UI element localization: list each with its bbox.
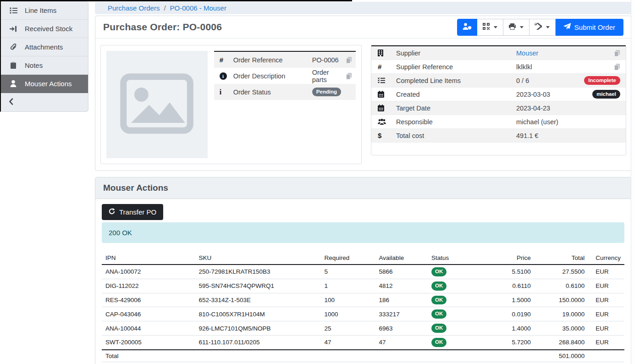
- cell-currency: EUR: [588, 265, 624, 279]
- col-sku: SKU: [195, 252, 321, 265]
- ok-badge: OK: [431, 338, 447, 347]
- panel-title: Mouser Actions: [95, 177, 631, 199]
- copy-icon[interactable]: [614, 63, 620, 71]
- footer-total-value: 501.0000: [535, 350, 588, 362]
- detail-value: 2023-03-03: [516, 91, 570, 98]
- info-icon: [220, 88, 233, 96]
- table-header-row: IPN SKU Required Available Status Price …: [102, 252, 624, 265]
- cell-price: 0.6110: [477, 279, 535, 293]
- col-status: Status: [428, 252, 477, 265]
- detail-label: Order Status: [233, 88, 312, 96]
- cell-required: 100: [320, 293, 375, 307]
- col-total: Total: [535, 252, 588, 265]
- cell-currency: EUR: [588, 293, 624, 307]
- detail-label: Supplier: [396, 50, 516, 57]
- mouser-actions-panel: Mouser Actions Transfer PO 200 OK IPN SK…: [95, 177, 631, 364]
- page-title: Purchase Order: PO-0006: [103, 22, 222, 33]
- building-icon: [378, 50, 396, 56]
- barcode-actions-button[interactable]: [477, 19, 503, 36]
- detail-value: 2023-04-23: [516, 105, 570, 112]
- breadcrumb-link-purchase-orders[interactable]: Purchase Orders: [108, 4, 160, 12]
- sidebar-item-received-stock[interactable]: Received Stock: [1, 20, 88, 38]
- admin-user-shield-button[interactable]: [457, 19, 477, 36]
- detail-row-order-reference: Order Reference PO-0006: [214, 52, 356, 68]
- printer-icon: [509, 23, 516, 31]
- tools-icon: [535, 23, 542, 31]
- line-items-table: IPN SKU Required Available Status Price …: [102, 252, 624, 362]
- transfer-po-button[interactable]: Transfer PO: [102, 204, 163, 220]
- caret-down-icon: [520, 26, 524, 28]
- sidebar-item-notes[interactable]: Notes: [1, 56, 88, 75]
- table-row: SWT-200005 611-110.107.011/0205 47 47 OK…: [102, 335, 624, 349]
- submit-order-button[interactable]: Submit Order: [556, 19, 623, 36]
- print-actions-button[interactable]: [503, 19, 529, 36]
- footer-total-label: Total: [102, 350, 195, 362]
- order-reference-table: Order Reference PO-0006 Order Descriptio…: [214, 51, 356, 100]
- page-scrollbar[interactable]: [631, 0, 634, 364]
- cell-ipn: SWT-200005: [102, 335, 195, 349]
- sidebar-item-attachments[interactable]: Attachments: [1, 38, 88, 56]
- supplier-details-card: Supplier Mouser Supplier Reference lklkl…: [371, 45, 626, 155]
- cell-total: 27.5500: [535, 265, 588, 279]
- ok-badge: OK: [431, 324, 447, 333]
- detail-row-supplier: Supplier Mouser: [371, 46, 626, 60]
- supplier-link[interactable]: Mouser: [516, 50, 538, 57]
- cell-ipn: RES-429006: [102, 293, 195, 307]
- ok-badge: OK: [431, 267, 447, 276]
- detail-row-order-description: Order Description Order parts: [214, 68, 356, 84]
- detail-value: 491.1 €: [516, 132, 570, 139]
- detail-label: Responsible: [396, 118, 516, 126]
- order-actions-button[interactable]: [529, 19, 556, 36]
- paperclip-icon: [8, 44, 19, 50]
- ok-badge: OK: [431, 281, 447, 291]
- table-row: RES-429006 652-3314Z-1-503E 100 186 OK 1…: [102, 293, 624, 307]
- user-badge: michael: [592, 90, 620, 99]
- cell-sku: 810-C1005X7R1H104M: [195, 307, 321, 321]
- ok-badge: OK: [431, 309, 447, 319]
- cell-currency: EUR: [588, 335, 624, 349]
- col-price: Price: [477, 252, 535, 265]
- breadcrumb-link-current[interactable]: PO-0006 - Mouser: [170, 4, 226, 12]
- cell-available: 186: [375, 293, 428, 307]
- cell-available: 47: [375, 335, 428, 349]
- detail-value: lklklkl: [516, 63, 570, 71]
- copy-icon[interactable]: [346, 56, 352, 64]
- cell-sku: 652-3314Z-1-503E: [195, 293, 321, 307]
- detail-row-responsible: Responsible michael (user): [371, 115, 626, 129]
- sidebar-item-label: Line Items: [25, 6, 56, 14]
- cell-available: 4812: [375, 279, 428, 293]
- cell-currency: EUR: [588, 279, 624, 293]
- detail-row-supplier-reference: Supplier Reference lklklkl: [371, 60, 626, 74]
- cell-ipn: ANA-100044: [102, 321, 195, 336]
- user-shield-icon: [463, 23, 472, 31]
- sidebar-item-label: Notes: [25, 61, 43, 69]
- info-circle-icon: [220, 72, 227, 80]
- detail-value: 0 / 6: [516, 77, 570, 84]
- detail-value: PO-0006: [312, 56, 341, 64]
- cell-total: 268.8400: [535, 335, 588, 349]
- sidebar: Line Items Received Stock Attachments No…: [0, 1, 88, 112]
- sidebar-item-label: Mouser Actions: [25, 80, 72, 88]
- status-alert: 200 OK: [102, 222, 624, 243]
- sidebar-collapse-button[interactable]: [1, 93, 88, 111]
- cell-total: 0.6100: [535, 279, 588, 293]
- detail-label: Completed Line Items: [396, 77, 516, 84]
- list-check-icon: [378, 77, 396, 83]
- order-image-placeholder[interactable]: [106, 51, 208, 158]
- cell-sku: 250-72981KLRATR150B3: [195, 265, 321, 279]
- users-icon: [378, 119, 396, 125]
- copy-icon[interactable]: [346, 72, 352, 80]
- cell-required: 1000: [320, 307, 375, 321]
- caret-down-icon: [494, 26, 497, 28]
- dollar-icon: [378, 132, 396, 139]
- cell-currency: EUR: [588, 321, 624, 336]
- sidebar-item-line-items[interactable]: Line Items: [1, 1, 88, 20]
- detail-value: michael (user): [516, 118, 570, 126]
- cell-required: 25: [320, 321, 375, 336]
- cell-available: 333217: [375, 307, 428, 321]
- cell-sku: 611-110.107.011/0205: [195, 335, 321, 349]
- detail-row-completed-line-items: Completed Line Items 0 / 6 Incomplete: [371, 74, 626, 88]
- copy-icon[interactable]: [614, 50, 620, 57]
- sidebar-item-mouser-actions[interactable]: Mouser Actions: [1, 75, 88, 93]
- empty-detail-row: [371, 143, 626, 155]
